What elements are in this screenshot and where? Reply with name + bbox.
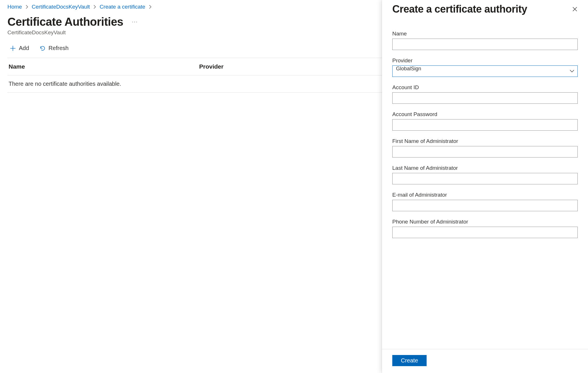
name-input[interactable]	[392, 39, 578, 50]
admin-phone-label: Phone Number of Administrator	[392, 219, 578, 225]
close-icon	[572, 9, 578, 13]
refresh-button-label: Refresh	[49, 45, 69, 51]
admin-first-name-label: First Name of Administrator	[392, 138, 578, 144]
page-title: Certificate Authorities	[7, 15, 123, 28]
refresh-button[interactable]: Refresh	[37, 44, 71, 53]
panel-title: Create a certificate authority	[392, 3, 527, 15]
add-button[interactable]: Add	[7, 44, 31, 53]
create-button[interactable]: Create	[392, 355, 427, 366]
breadcrumb-keyvault[interactable]: CertificateDocsKeyVault	[32, 3, 90, 10]
refresh-icon	[39, 45, 46, 51]
account-password-label: Account Password	[392, 111, 578, 117]
account-id-label: Account ID	[392, 84, 578, 91]
panel-body: Name Provider GlobalSign Account ID Acco…	[382, 15, 588, 349]
breadcrumb-create-cert[interactable]: Create a certificate	[100, 3, 145, 10]
panel-footer: Create	[382, 349, 588, 373]
column-header-name[interactable]: Name	[7, 63, 199, 70]
chevron-right-icon	[149, 5, 152, 9]
create-ca-panel: Create a certificate authority Name Prov…	[382, 0, 588, 373]
chevron-right-icon	[25, 5, 28, 9]
account-password-input[interactable]	[392, 119, 578, 131]
close-panel-button[interactable]	[570, 5, 579, 15]
admin-email-label: E-mail of Administrator	[392, 192, 578, 198]
admin-phone-input[interactable]	[392, 227, 578, 238]
plus-icon	[10, 45, 16, 51]
chevron-right-icon	[93, 5, 96, 9]
provider-label: Provider	[392, 57, 578, 64]
more-actions-button[interactable]: ···	[130, 18, 140, 26]
admin-last-name-input[interactable]	[392, 173, 578, 184]
admin-last-name-label: Last Name of Administrator	[392, 165, 578, 171]
admin-email-input[interactable]	[392, 200, 578, 211]
panel-header: Create a certificate authority	[382, 0, 588, 15]
admin-first-name-input[interactable]	[392, 146, 578, 157]
provider-select[interactable]: GlobalSign	[392, 65, 578, 77]
name-label: Name	[392, 31, 578, 37]
add-button-label: Add	[19, 45, 29, 51]
account-id-input[interactable]	[392, 92, 578, 104]
breadcrumb-home[interactable]: Home	[7, 3, 22, 10]
